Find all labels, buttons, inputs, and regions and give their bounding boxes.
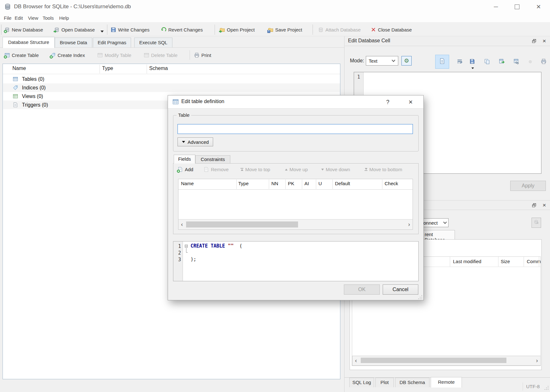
tree-column-schema[interactable]: Schema (149, 66, 168, 71)
toolbar-grip[interactable] (1, 25, 2, 34)
scroll-left-icon[interactable]: ‹ (181, 221, 183, 228)
tab-remote[interactable]: Remote (431, 377, 462, 388)
modify-table-icon (97, 52, 103, 58)
text-mode-button[interactable] (435, 55, 449, 69)
maximize-button[interactable] (510, 2, 524, 11)
close-button[interactable]: × (532, 2, 545, 11)
tree-column-name[interactable]: Name (12, 66, 26, 71)
revert-changes-button[interactable]: Revert Changes (161, 25, 203, 34)
new-database-button[interactable]: New Database (4, 25, 43, 34)
tab-plot[interactable]: Plot (375, 378, 394, 387)
remote-header-separator[interactable] (498, 257, 498, 267)
fields-header-separator[interactable] (269, 179, 269, 189)
copy-data-button[interactable] (482, 57, 492, 67)
dialog-title-bar[interactable]: Edit table definition ? × (168, 95, 423, 108)
create-index-button[interactable]: Create Index (50, 51, 85, 60)
create-table-button[interactable]: Create Table (4, 51, 39, 60)
advanced-toggle-button[interactable]: Advanced (178, 137, 213, 146)
auto-switch-mode-button[interactable]: ⚙ (401, 56, 412, 66)
column-ai[interactable]: AI (304, 181, 309, 186)
column-name[interactable]: Name (181, 181, 194, 186)
tab-browse-data[interactable]: Browse Data (55, 38, 92, 48)
table-name-input[interactable] (178, 124, 413, 134)
scroll-right-icon[interactable]: › (536, 357, 538, 364)
fields-header-separator[interactable] (382, 179, 382, 189)
tab-fields[interactable]: Fields (174, 155, 195, 164)
minimize-button[interactable]: ─ (489, 2, 503, 11)
mode-select[interactable]: Text (366, 56, 398, 66)
save-project-button[interactable]: Save Project (268, 25, 302, 34)
fields-header-separator[interactable] (302, 179, 302, 189)
tree-column-type[interactable]: Type (102, 66, 113, 71)
float-panel-icon[interactable] (531, 38, 538, 45)
print-cell-button[interactable] (539, 57, 548, 67)
column-pk[interactable]: PK (288, 181, 294, 186)
fields-header-separator[interactable] (332, 179, 333, 189)
scrollbar-thumb[interactable] (361, 358, 506, 363)
close-database-button[interactable]: ✕ Close Database (371, 25, 412, 34)
column-nn[interactable]: NN (271, 181, 278, 186)
dialog-resize-grip[interactable] (418, 295, 422, 299)
column-u[interactable]: U (318, 181, 322, 186)
add-field-button[interactable]: Add (178, 167, 193, 172)
remote-identity-select[interactable]: onnect (422, 218, 449, 227)
tab-constraints[interactable]: Constraints (195, 155, 230, 164)
float-panel-icon[interactable] (531, 202, 538, 209)
menu-help[interactable]: Help (58, 15, 70, 21)
open-database-dropdown-caret[interactable] (101, 31, 104, 32)
scrollbar-thumb[interactable] (186, 221, 298, 228)
cancel-button[interactable]: Cancel (383, 284, 418, 295)
menu-edit[interactable]: Edit (13, 15, 24, 21)
tab-execute-sql[interactable]: Execute SQL (134, 38, 172, 48)
dialog-title: Edit table definition (181, 99, 224, 104)
column-default[interactable]: Default (335, 181, 350, 186)
tree-header-separator[interactable] (147, 65, 147, 74)
import-data-button[interactable] (468, 57, 477, 67)
add-field-label: Add (185, 167, 193, 172)
remote-header-separator[interactable] (539, 257, 539, 267)
tree-row-indices[interactable]: Indices (0) (3, 83, 340, 92)
main-toolbar: New Database Open Database Write Changes… (0, 22, 550, 36)
open-in-app-button[interactable] (512, 57, 521, 67)
tab-db-schema[interactable]: DB Schema (395, 378, 429, 387)
print-button[interactable]: Print (194, 51, 211, 60)
menu-tools[interactable]: Tools (41, 15, 55, 21)
remote-header-separator[interactable] (524, 257, 524, 267)
fields-header-separator[interactable] (285, 179, 286, 189)
remote-header-separator[interactable] (450, 257, 450, 267)
tab-edit-pragmas[interactable]: Edit Pragmas (93, 38, 131, 48)
move-to-bottom-icon (365, 168, 367, 171)
fields-horizontal-scrollbar[interactable]: ‹ › (178, 219, 413, 229)
menu-file[interactable]: File (3, 15, 13, 21)
fold-marker-icon[interactable] (185, 245, 188, 248)
close-panel-icon[interactable]: × (541, 38, 548, 45)
scroll-left-icon[interactable]: ‹ (355, 357, 357, 364)
menu-view[interactable]: View (27, 15, 39, 21)
tree-header-separator[interactable] (100, 65, 100, 74)
import-dropdown-caret[interactable] (471, 67, 474, 69)
remote-current-database-tab[interactable]: rent Database (422, 230, 455, 240)
close-panel-icon[interactable]: × (541, 202, 548, 209)
dialog-close-icon[interactable]: × (407, 98, 415, 106)
scroll-right-icon[interactable]: › (408, 221, 410, 228)
remote-column-size[interactable]: Size (501, 259, 510, 264)
sql-line-number: 2 (173, 250, 181, 256)
column-type[interactable]: Type (238, 181, 249, 186)
null-value-button (526, 57, 535, 67)
fields-header-separator[interactable] (316, 179, 316, 189)
word-wrap-button[interactable] (455, 57, 464, 67)
write-changes-button[interactable]: Write Changes (111, 25, 150, 34)
open-project-button[interactable]: Open Project (219, 25, 255, 34)
export-data-button[interactable] (497, 57, 506, 67)
window-resize-grip[interactable] (544, 386, 549, 390)
column-check[interactable]: Check (385, 181, 398, 186)
tree-row-tables[interactable]: Tables (0) (3, 75, 340, 83)
remote-horizontal-scrollbar[interactable]: ‹ › (352, 356, 541, 366)
move-up-icon (285, 169, 288, 171)
tab-database-structure[interactable]: Database Structure (3, 37, 55, 48)
fields-header-separator[interactable] (236, 179, 237, 189)
tab-sql-log[interactable]: SQL Log (349, 378, 374, 387)
remote-column-last-modified[interactable]: Last modified (453, 259, 481, 264)
dialog-help-button[interactable]: ? (384, 98, 392, 106)
open-database-button[interactable]: Open Database (54, 25, 95, 34)
